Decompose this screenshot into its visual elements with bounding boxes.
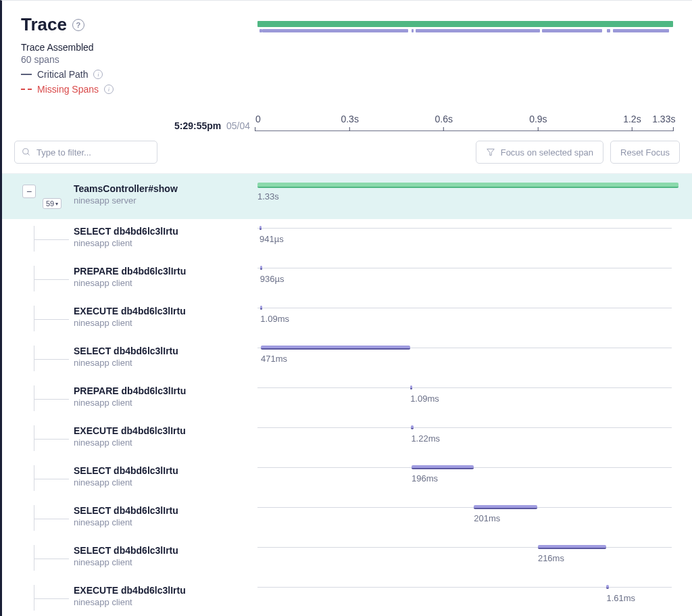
tick-label: 0	[255, 114, 261, 124]
info-icon[interactable]: i	[93, 70, 103, 79]
axis-tick: 0.3s	[341, 114, 358, 131]
span-name: EXECUTE db4bd6lc3lIrtu	[74, 306, 257, 316]
span-name: SELECT db4bd6lc3lIrtu	[74, 226, 257, 237]
span-service: ninesapp client	[74, 238, 257, 248]
span-bar[interactable]	[257, 183, 678, 188]
focus-label: Focus on selected span	[501, 147, 593, 158]
span-bar[interactable]	[260, 306, 262, 310]
legend-critical-label: Critical Path	[37, 69, 88, 80]
span-bar[interactable]	[410, 385, 412, 389]
span-bar[interactable]	[260, 226, 262, 230]
filter-input[interactable]	[36, 147, 150, 158]
minimap-bar	[260, 29, 262, 32]
axis-tick: 1.33s	[662, 114, 685, 131]
search-icon	[22, 147, 31, 157]
span-name: SELECT db4bd6lc3lIrtu	[74, 346, 257, 356]
span-timeline: 1.61ms	[257, 585, 692, 611]
trace-header: Trace ? Trace Assembled 60 spans Critica…	[2, 1, 692, 95]
span-timeline: 1.22ms	[257, 425, 692, 451]
child-count-dropdown[interactable]: 59 ▾	[43, 198, 61, 209]
tick-label: 0.9s	[529, 114, 547, 124]
tick-label: 1.2s	[623, 114, 641, 124]
collapse-button[interactable]: −	[22, 185, 36, 198]
duration-label: 1.09ms	[260, 314, 289, 324]
page-title: Trace	[21, 14, 67, 35]
span-info: SELECT db4bd6lc3lIrtuninesapp client	[2, 346, 257, 371]
span-name: EXECUTE db4bd6lc3lIrtu	[74, 585, 257, 596]
span-name: PREPARE db4bd6lc3lIrtu	[74, 266, 257, 277]
span-timeline: 216ms	[257, 545, 692, 571]
span-timeline: 936µs	[257, 266, 692, 291]
span-bar[interactable]	[260, 266, 262, 270]
span-row[interactable]: EXECUTE db4bd6lc3lIrtuninesapp client1.0…	[2, 299, 692, 339]
span-name: SELECT db4bd6lc3lIrtu	[74, 545, 257, 556]
span-name: EXECUTE db4bd6lc3lIrtu	[74, 425, 257, 436]
svg-line-1	[28, 153, 30, 156]
span-service: ninesapp client	[74, 477, 257, 488]
span-row[interactable]: SELECT db4bd6lc3lIrtuninesapp client196m…	[2, 458, 692, 498]
span-row[interactable]: EXECUTE db4bd6lc3lIrtuninesapp client1.2…	[2, 419, 692, 458]
duration-label: 1.09ms	[410, 394, 439, 404]
span-info: SELECT db4bd6lc3lIrtuninesapp client	[2, 465, 257, 491]
span-row[interactable]: PREPARE db4bd6lc3lIrtuninesapp client1.0…	[2, 379, 692, 419]
axis-time: 5:29:55pm	[174, 120, 221, 131]
track-line	[257, 308, 672, 308]
tree-line	[34, 306, 34, 331]
tree-line	[34, 559, 69, 559]
focus-span-button[interactable]: Focus on selected span	[476, 141, 603, 164]
span-row-root[interactable]: −59 ▾TeamsController#showninesapp server…	[2, 174, 692, 219]
span-bar[interactable]	[474, 505, 537, 509]
span-service: ninesapp client	[74, 398, 257, 408]
span-timeline: 471ms	[257, 346, 692, 371]
span-service: ninesapp client	[74, 318, 257, 328]
axis-ticks: 00.3s0.6s0.9s1.2s1.33s	[255, 111, 673, 131]
span-row[interactable]: PREPARE db4bd6lc3lIrtuninesapp client936…	[2, 259, 692, 299]
span-service: ninesapp client	[74, 437, 257, 448]
minimap-bar	[412, 29, 414, 32]
tree-line	[34, 465, 34, 491]
duration-label: 471ms	[261, 354, 287, 364]
span-row[interactable]: SELECT db4bd6lc3lIrtuninesapp client216m…	[2, 538, 692, 578]
span-info: SELECT db4bd6lc3lIrtuninesapp client	[2, 545, 257, 571]
duration-label: 1.33s	[257, 191, 279, 202]
tree-line	[34, 266, 34, 291]
span-service: ninesapp client	[74, 517, 257, 527]
minimap[interactable]	[257, 14, 673, 95]
reset-focus-button[interactable]: Reset Focus	[610, 141, 680, 164]
chevron-down-icon: ▾	[55, 201, 58, 207]
tree-line	[34, 439, 69, 440]
span-bar[interactable]	[538, 545, 606, 549]
trace-panel: Trace ? Trace Assembled 60 spans Critica…	[0, 0, 692, 616]
controls-bar: Focus on selected span Reset Focus	[2, 131, 692, 174]
span-info: SELECT db4bd6lc3lIrtuninesapp client	[2, 505, 257, 531]
axis-timestamp: 5:29:55pm 05/04	[21, 120, 255, 131]
duration-label: 201ms	[474, 513, 500, 523]
tree-line	[34, 279, 69, 280]
axis-date: 05/04	[226, 120, 250, 131]
span-bar[interactable]	[411, 425, 413, 429]
duration-label: 216ms	[538, 553, 564, 563]
tick-label: 0.3s	[341, 114, 358, 124]
svg-point-0	[23, 149, 28, 154]
help-icon[interactable]: ?	[72, 19, 84, 31]
span-bar[interactable]	[261, 346, 410, 350]
span-bar[interactable]	[606, 585, 608, 589]
span-row[interactable]: SELECT db4bd6lc3lIrtuninesapp client941µ…	[2, 219, 692, 259]
track-line	[257, 507, 672, 508]
span-row[interactable]: EXECUTE db4bd6lc3lIrtuninesapp client1.6…	[2, 578, 692, 616]
span-name: SELECT db4bd6lc3lIrtu	[74, 505, 257, 516]
info-icon[interactable]: i	[104, 85, 114, 94]
tree-line	[34, 545, 34, 571]
span-service: ninesapp server	[74, 195, 257, 206]
span-name: SELECT db4bd6lc3lIrtu	[74, 465, 257, 476]
minimap-bar	[607, 29, 610, 32]
duration-label: 941µs	[260, 234, 284, 244]
span-row[interactable]: SELECT db4bd6lc3lIrtuninesapp client471m…	[2, 339, 692, 379]
span-timeline: 196ms	[257, 465, 692, 491]
filter-input-wrap[interactable]	[14, 141, 157, 164]
span-bar[interactable]	[412, 465, 474, 469]
span-row[interactable]: SELECT db4bd6lc3lIrtuninesapp client201m…	[2, 498, 692, 538]
span-timeline: 1.09ms	[257, 385, 692, 411]
minimap-bar	[613, 29, 669, 32]
tree-line	[34, 239, 69, 240]
